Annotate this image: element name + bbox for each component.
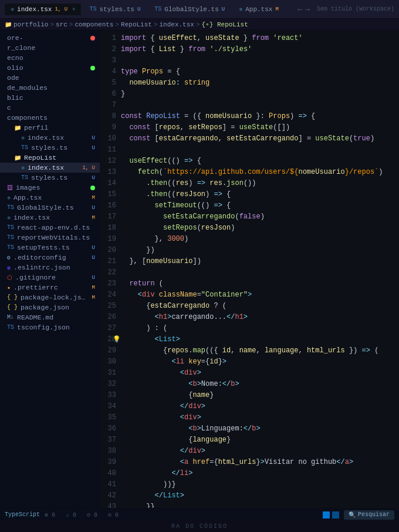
code-line: setTimeout(() => { bbox=[121, 200, 394, 211]
sidebar-item-gitignore[interactable]: ⬡ .gitignore U bbox=[0, 272, 100, 282]
ts-icon: TS bbox=[7, 234, 14, 241]
code-line: useEffect(() => { bbox=[121, 156, 394, 167]
sidebar-item-images[interactable]: 🖼 images bbox=[0, 183, 100, 193]
badge-u: U bbox=[92, 245, 95, 251]
search-label: Pesquisar bbox=[358, 511, 390, 518]
windows-icon bbox=[323, 511, 330, 518]
status-bar: TypeScript ⊗ 0 ⚠ 0 ⊙ 0 ⊙ 0 🔍 Pesquisar bbox=[0, 508, 399, 521]
windows-icon-2 bbox=[332, 511, 339, 518]
code-line: <a href={html_urls}>Visitar no github</a… bbox=[121, 457, 394, 468]
code-line: import { List } from './styles' bbox=[121, 44, 394, 55]
sidebar-item-node-modules[interactable]: de_modules bbox=[0, 83, 100, 93]
code-line: <div> bbox=[121, 368, 394, 379]
eslint-icon: ◉ bbox=[7, 264, 11, 271]
sidebar-item-repolist-folder[interactable]: 📁 RepoList bbox=[0, 153, 100, 163]
sidebar-item-olio[interactable]: olio bbox=[0, 63, 100, 73]
sidebar-item-package-json[interactable]: { } package.json bbox=[0, 302, 100, 312]
sidebar-item-perfil[interactable]: 📁 perfil bbox=[0, 123, 100, 133]
sidebar-item-public[interactable]: blic bbox=[0, 93, 100, 103]
code-line: </div> bbox=[121, 446, 394, 457]
code-line: nomeUsuario: string bbox=[121, 78, 394, 89]
tsx-icon: ⚛ bbox=[21, 164, 25, 171]
badge-m: M bbox=[92, 195, 95, 201]
tab-close-icon[interactable]: ✕ bbox=[72, 6, 75, 12]
title-bar: ⚛ index.tsx 1, U ✕ TS styles.ts U TS Glo… bbox=[0, 0, 399, 19]
sidebar-item-styles-ts-1[interactable]: TS styles.ts U bbox=[0, 143, 100, 153]
code-line: setRepos(resJson) bbox=[121, 223, 394, 234]
sidebar-item-prettierrc[interactable]: ✦ .prettierrc M bbox=[0, 282, 100, 292]
status-right: 🔍 Pesquisar bbox=[323, 510, 394, 520]
code-line bbox=[121, 144, 394, 156]
search-button[interactable]: 🔍 Pesquisar bbox=[344, 510, 394, 520]
windows-icon-group bbox=[323, 511, 339, 518]
folder-icon: 📁 bbox=[14, 154, 21, 161]
sidebar-item-ode[interactable]: ode bbox=[0, 73, 100, 83]
code-line: const [repos, setRepos] = useState([]) bbox=[121, 122, 394, 133]
sidebar-item-tsconfig[interactable]: TS tsconfig.json bbox=[0, 322, 100, 332]
tab-label: index.tsx bbox=[17, 6, 52, 13]
tab-app-tsx[interactable]: ⚛ App.tsx M bbox=[233, 4, 285, 15]
sidebar-item-index-tsx-active[interactable]: ⚛ index.tsx 1, U bbox=[0, 163, 100, 173]
sidebar-item-components[interactable]: components bbox=[0, 113, 100, 123]
sidebar-item-rclone[interactable]: r_clone bbox=[0, 43, 100, 53]
sidebar-item-readme[interactable]: M↓ README.md bbox=[0, 312, 100, 322]
badge-u: U bbox=[92, 205, 95, 211]
code-line: return ( bbox=[121, 278, 394, 289]
code-line bbox=[121, 100, 394, 111]
sidebar-item-c[interactable]: c bbox=[0, 103, 100, 113]
code-line: setEstaCarregando(false) bbox=[121, 211, 394, 223]
badge-m: M bbox=[92, 215, 95, 221]
tab-label: GlobalStyle.ts bbox=[164, 6, 218, 13]
sidebar-item-react-app-env[interactable]: TS react-app-env.d.ts bbox=[0, 223, 100, 233]
code-line: .then((resJson) => { bbox=[121, 189, 394, 200]
badge-u: U bbox=[92, 175, 95, 181]
sidebar-item-index-tsx-1[interactable]: ⚛ index.tsx U bbox=[0, 133, 100, 143]
sidebar-item-styles-ts-2[interactable]: TS styles.ts U bbox=[0, 173, 100, 183]
code-line: <b>Nome:</b> bbox=[121, 379, 394, 390]
line-numbers: 12345 678910 1112131415 1617181920 21222… bbox=[100, 33, 121, 506]
code-line: {language} bbox=[121, 435, 394, 446]
tab-styles-ts[interactable]: TS styles.ts U bbox=[83, 4, 146, 15]
prettier-icon: ✦ bbox=[7, 284, 11, 291]
hint-icon: 💡 bbox=[113, 334, 121, 345]
code-line: }, [nomeUsuario]) bbox=[121, 256, 394, 267]
ts-icon: TS bbox=[21, 144, 28, 151]
sidebar-item-app-tsx[interactable]: ⚛ App.tsx M bbox=[0, 193, 100, 203]
sidebar-item-package-lock[interactable]: { } package-lock.json M bbox=[0, 292, 100, 302]
workspace-label: Sem título (Workspace) bbox=[317, 6, 394, 12]
badge-m: M bbox=[92, 295, 95, 301]
sidebar-item-ecno[interactable]: ecno bbox=[0, 53, 100, 63]
git-icon: ⬡ bbox=[7, 274, 12, 281]
tab-index-tsx[interactable]: ⚛ index.tsx 1, U ✕ bbox=[5, 4, 81, 15]
sidebar-item-globalstyle[interactable]: TS GlobalStyle.ts U bbox=[0, 203, 100, 213]
sidebar-item-ore[interactable]: ore- bbox=[0, 33, 100, 43]
editor: 12345 678910 1112131415 1617181920 21222… bbox=[100, 31, 399, 508]
tsx-icon: ⚛ bbox=[7, 214, 11, 221]
badge-u: U bbox=[92, 275, 95, 281]
code-line: ))} bbox=[121, 479, 394, 490]
sidebar-item-index-tsx-root[interactable]: ⚛ index.tsx M bbox=[0, 213, 100, 223]
ts-icon: TS bbox=[7, 204, 14, 211]
tab-navigation[interactable]: ← → bbox=[297, 5, 310, 14]
nav-back[interactable]: ← bbox=[297, 5, 302, 14]
tab-globalstyle-ts[interactable]: TS GlobalStyle.ts U bbox=[148, 4, 231, 15]
code-line: 💡 <List> bbox=[121, 334, 394, 345]
code-line bbox=[121, 267, 394, 278]
code-line: <b>Linguagem:</b> bbox=[121, 423, 394, 435]
nav-forward[interactable]: → bbox=[305, 5, 310, 14]
ts-icon: TS bbox=[7, 224, 14, 231]
badge-m: M bbox=[92, 285, 95, 291]
code-line: const [estaCarregando, setEstaCarregando… bbox=[121, 133, 394, 144]
sidebar-item-report-web-vitals[interactable]: TS reportWebVitals.ts bbox=[0, 233, 100, 243]
sidebar-item-setup-tests[interactable]: TS setupTests.ts U bbox=[0, 243, 100, 252]
sidebar-item-editorconfig[interactable]: ⚙ .editorconfig U bbox=[0, 252, 100, 262]
code-line: .then((res) => res.json()) bbox=[121, 178, 394, 189]
sidebar-item-eslintrc[interactable]: ◉ .eslintrc.json bbox=[0, 262, 100, 272]
code-line: <div className="Container"> bbox=[121, 289, 394, 301]
md-icon: M↓ bbox=[7, 314, 14, 321]
tab-label: App.tsx bbox=[245, 6, 272, 13]
sidebar: ore- r_clone ecno olio ode de_modules bl… bbox=[0, 31, 100, 508]
code-area[interactable]: 12345 678910 1112131415 1617181920 21222… bbox=[100, 31, 399, 508]
config-icon: ⚙ bbox=[7, 254, 11, 261]
status-errors: ⊗ 0 ⚠ 0 ⊙ 0 ⊙ 0 bbox=[45, 511, 119, 518]
